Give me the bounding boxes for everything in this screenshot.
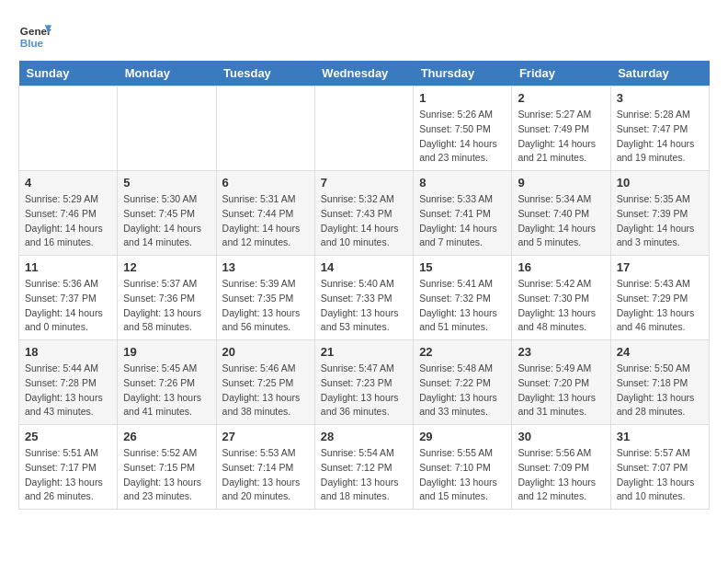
calendar-cell: 3Sunrise: 5:28 AMSunset: 7:47 PMDaylight… bbox=[610, 86, 709, 171]
day-number: 9 bbox=[518, 176, 604, 190]
day-header-friday: Friday bbox=[512, 61, 610, 86]
day-header-saturday: Saturday bbox=[610, 61, 709, 86]
day-number: 21 bbox=[321, 345, 407, 359]
logo-icon: General Blue bbox=[18, 18, 51, 52]
day-info: Sunrise: 5:29 AMSunset: 7:46 PMDaylight:… bbox=[25, 192, 111, 250]
calendar-cell: 15Sunrise: 5:41 AMSunset: 7:32 PMDayligh… bbox=[414, 256, 512, 340]
calendar-cell: 19Sunrise: 5:45 AMSunset: 7:26 PMDayligh… bbox=[118, 340, 216, 425]
day-info: Sunrise: 5:26 AMSunset: 7:50 PMDaylight:… bbox=[419, 108, 506, 166]
logo: General Blue bbox=[18, 18, 51, 52]
day-number: 23 bbox=[518, 345, 604, 359]
calendar-cell: 13Sunrise: 5:39 AMSunset: 7:35 PMDayligh… bbox=[216, 256, 314, 340]
day-info: Sunrise: 5:41 AMSunset: 7:32 PMDaylight:… bbox=[419, 277, 506, 335]
day-number: 5 bbox=[123, 176, 210, 190]
calendar-cell: 16Sunrise: 5:42 AMSunset: 7:30 PMDayligh… bbox=[512, 256, 610, 340]
day-header-wednesday: Wednesday bbox=[314, 61, 413, 86]
day-number: 16 bbox=[518, 260, 604, 274]
calendar-cell: 25Sunrise: 5:51 AMSunset: 7:17 PMDayligh… bbox=[19, 425, 118, 510]
day-info: Sunrise: 5:28 AMSunset: 7:47 PMDaylight:… bbox=[617, 108, 703, 166]
day-info: Sunrise: 5:55 AMSunset: 7:10 PMDaylight:… bbox=[419, 446, 506, 504]
day-number: 27 bbox=[222, 430, 309, 443]
day-info: Sunrise: 5:56 AMSunset: 7:09 PMDaylight:… bbox=[518, 446, 604, 504]
week-row-4: 18Sunrise: 5:44 AMSunset: 7:28 PMDayligh… bbox=[19, 340, 710, 425]
day-info: Sunrise: 5:39 AMSunset: 7:35 PMDaylight:… bbox=[222, 277, 309, 335]
calendar-cell: 9Sunrise: 5:34 AMSunset: 7:40 PMDaylight… bbox=[512, 171, 610, 256]
day-info: Sunrise: 5:35 AMSunset: 7:39 PMDaylight:… bbox=[617, 192, 703, 250]
day-info: Sunrise: 5:34 AMSunset: 7:40 PMDaylight:… bbox=[518, 192, 604, 250]
day-info: Sunrise: 5:57 AMSunset: 7:07 PMDaylight:… bbox=[617, 446, 703, 504]
calendar-cell bbox=[314, 86, 413, 171]
day-header-sunday: Sunday bbox=[19, 61, 118, 86]
day-info: Sunrise: 5:27 AMSunset: 7:49 PMDaylight:… bbox=[518, 108, 604, 166]
day-header-monday: Monday bbox=[118, 61, 216, 86]
day-number: 8 bbox=[419, 176, 506, 190]
day-info: Sunrise: 5:45 AMSunset: 7:26 PMDaylight:… bbox=[123, 362, 210, 419]
calendar-cell: 12Sunrise: 5:37 AMSunset: 7:36 PMDayligh… bbox=[118, 256, 216, 340]
week-row-2: 4Sunrise: 5:29 AMSunset: 7:46 PMDaylight… bbox=[19, 171, 710, 256]
calendar-cell: 23Sunrise: 5:49 AMSunset: 7:20 PMDayligh… bbox=[512, 340, 610, 425]
day-number: 17 bbox=[617, 260, 703, 274]
calendar-cell: 24Sunrise: 5:50 AMSunset: 7:18 PMDayligh… bbox=[610, 340, 709, 425]
calendar-table: SundayMondayTuesdayWednesdayThursdayFrid… bbox=[18, 61, 710, 510]
day-number: 25 bbox=[25, 430, 111, 443]
calendar-cell: 14Sunrise: 5:40 AMSunset: 7:33 PMDayligh… bbox=[314, 256, 413, 340]
day-number: 12 bbox=[123, 260, 210, 274]
calendar-cell: 1Sunrise: 5:26 AMSunset: 7:50 PMDaylight… bbox=[414, 86, 512, 171]
week-row-3: 11Sunrise: 5:36 AMSunset: 7:37 PMDayligh… bbox=[19, 256, 710, 340]
day-info: Sunrise: 5:51 AMSunset: 7:17 PMDaylight:… bbox=[25, 446, 111, 504]
day-info: Sunrise: 5:43 AMSunset: 7:29 PMDaylight:… bbox=[617, 277, 703, 335]
day-number: 24 bbox=[617, 345, 703, 359]
day-info: Sunrise: 5:53 AMSunset: 7:14 PMDaylight:… bbox=[222, 446, 309, 504]
day-number: 22 bbox=[419, 345, 506, 359]
day-number: 30 bbox=[518, 430, 604, 443]
day-info: Sunrise: 5:47 AMSunset: 7:23 PMDaylight:… bbox=[321, 362, 407, 419]
calendar-cell: 17Sunrise: 5:43 AMSunset: 7:29 PMDayligh… bbox=[610, 256, 709, 340]
day-number: 3 bbox=[617, 91, 703, 105]
day-info: Sunrise: 5:52 AMSunset: 7:15 PMDaylight:… bbox=[123, 446, 210, 504]
day-info: Sunrise: 5:44 AMSunset: 7:28 PMDaylight:… bbox=[25, 362, 111, 419]
calendar-cell: 11Sunrise: 5:36 AMSunset: 7:37 PMDayligh… bbox=[19, 256, 118, 340]
day-number: 14 bbox=[321, 260, 407, 274]
day-number: 20 bbox=[222, 345, 309, 359]
calendar-cell: 10Sunrise: 5:35 AMSunset: 7:39 PMDayligh… bbox=[610, 171, 709, 256]
calendar-cell: 2Sunrise: 5:27 AMSunset: 7:49 PMDaylight… bbox=[512, 86, 610, 171]
calendar-cell: 21Sunrise: 5:47 AMSunset: 7:23 PMDayligh… bbox=[314, 340, 413, 425]
day-number: 1 bbox=[419, 91, 506, 105]
day-header-tuesday: Tuesday bbox=[216, 61, 314, 86]
day-info: Sunrise: 5:32 AMSunset: 7:43 PMDaylight:… bbox=[321, 192, 407, 250]
day-number: 13 bbox=[222, 260, 309, 274]
day-number: 18 bbox=[25, 345, 111, 359]
calendar-cell: 18Sunrise: 5:44 AMSunset: 7:28 PMDayligh… bbox=[19, 340, 118, 425]
calendar-cell: 26Sunrise: 5:52 AMSunset: 7:15 PMDayligh… bbox=[118, 425, 216, 510]
day-info: Sunrise: 5:37 AMSunset: 7:36 PMDaylight:… bbox=[123, 277, 210, 335]
calendar-cell: 31Sunrise: 5:57 AMSunset: 7:07 PMDayligh… bbox=[610, 425, 709, 510]
day-info: Sunrise: 5:48 AMSunset: 7:22 PMDaylight:… bbox=[419, 362, 506, 419]
day-info: Sunrise: 5:33 AMSunset: 7:41 PMDaylight:… bbox=[419, 192, 506, 250]
day-number: 29 bbox=[419, 430, 506, 443]
day-info: Sunrise: 5:46 AMSunset: 7:25 PMDaylight:… bbox=[222, 362, 309, 419]
calendar-cell bbox=[118, 86, 216, 171]
calendar-cell bbox=[216, 86, 314, 171]
calendar-cell: 22Sunrise: 5:48 AMSunset: 7:22 PMDayligh… bbox=[414, 340, 512, 425]
day-info: Sunrise: 5:40 AMSunset: 7:33 PMDaylight:… bbox=[321, 277, 407, 335]
day-number: 4 bbox=[25, 176, 111, 190]
day-info: Sunrise: 5:30 AMSunset: 7:45 PMDaylight:… bbox=[123, 192, 210, 250]
day-info: Sunrise: 5:49 AMSunset: 7:20 PMDaylight:… bbox=[518, 362, 604, 419]
day-header-thursday: Thursday bbox=[414, 61, 512, 86]
week-row-1: 1Sunrise: 5:26 AMSunset: 7:50 PMDaylight… bbox=[19, 86, 710, 171]
calendar-cell: 6Sunrise: 5:31 AMSunset: 7:44 PMDaylight… bbox=[216, 171, 314, 256]
day-info: Sunrise: 5:42 AMSunset: 7:30 PMDaylight:… bbox=[518, 277, 604, 335]
day-number: 31 bbox=[617, 430, 703, 443]
calendar-cell: 5Sunrise: 5:30 AMSunset: 7:45 PMDaylight… bbox=[118, 171, 216, 256]
day-number: 10 bbox=[617, 176, 703, 190]
day-number: 7 bbox=[321, 176, 407, 190]
day-info: Sunrise: 5:31 AMSunset: 7:44 PMDaylight:… bbox=[222, 192, 309, 250]
day-info: Sunrise: 5:50 AMSunset: 7:18 PMDaylight:… bbox=[617, 362, 703, 419]
day-info: Sunrise: 5:36 AMSunset: 7:37 PMDaylight:… bbox=[25, 277, 111, 335]
calendar-cell: 27Sunrise: 5:53 AMSunset: 7:14 PMDayligh… bbox=[216, 425, 314, 510]
svg-text:Blue: Blue bbox=[20, 37, 44, 49]
day-number: 28 bbox=[321, 430, 407, 443]
calendar-cell: 28Sunrise: 5:54 AMSunset: 7:12 PMDayligh… bbox=[314, 425, 413, 510]
calendar-cell: 30Sunrise: 5:56 AMSunset: 7:09 PMDayligh… bbox=[512, 425, 610, 510]
day-info: Sunrise: 5:54 AMSunset: 7:12 PMDaylight:… bbox=[321, 446, 407, 504]
